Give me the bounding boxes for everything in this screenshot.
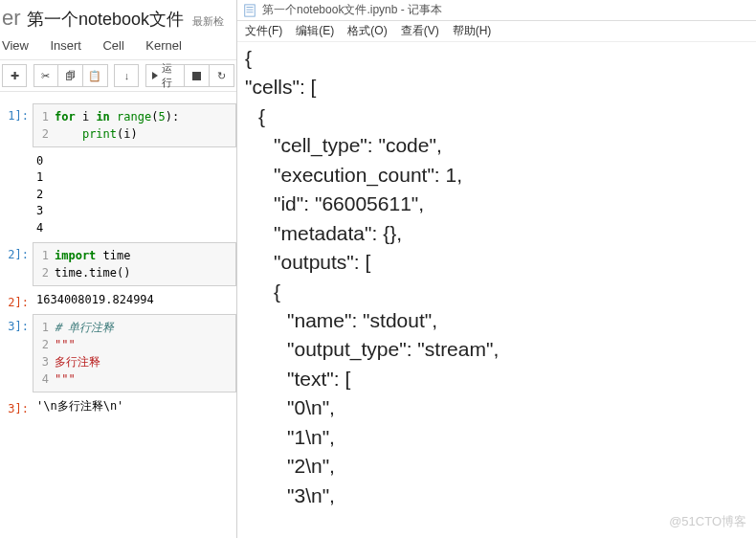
in-prompt: 3]: <box>0 314 33 392</box>
np-menu-view[interactable]: 查看(V) <box>401 23 439 39</box>
menu-view[interactable]: View <box>2 38 29 53</box>
restart-button[interactable]: ↻ <box>210 64 234 87</box>
paste-button[interactable]: 📋 <box>83 64 108 87</box>
json-line: "execution_count": 1, <box>241 161 756 190</box>
json-line: { <box>241 44 756 73</box>
stop-icon <box>192 72 201 80</box>
np-menu-file[interactable]: 文件(F) <box>245 23 282 39</box>
json-line: { <box>241 278 756 306</box>
code-input[interactable]: 1import time2time.time() <box>33 242 236 286</box>
copy-button[interactable]: 🗐 <box>58 64 83 87</box>
np-menu-help[interactable]: 帮助(H) <box>453 23 492 39</box>
json-line: "cell_type": "code", <box>241 131 756 160</box>
notepad-icon <box>243 4 256 17</box>
line-number: 1 <box>33 108 55 125</box>
run-button[interactable]: 运行 <box>145 64 185 87</box>
json-line: "name": "stdout", <box>241 306 756 335</box>
notebook-body: 1]: 1for i in range(5):2 print(i)0 1 2 3… <box>0 92 236 417</box>
code-cell[interactable]: 2]: 1import time2time.time() <box>0 242 236 286</box>
json-line: "1\n", <box>241 423 756 452</box>
line-number: 2 <box>33 125 55 143</box>
cut-button[interactable]: ✂ <box>33 64 58 87</box>
move-down-button[interactable]: ↓ <box>114 64 139 87</box>
jupyter-logo: er <box>2 6 21 30</box>
json-line: { <box>241 102 756 131</box>
json-line: "metadata": {}, <box>241 219 756 248</box>
result-output: 1634008019.824994 <box>33 290 236 310</box>
autosave-status: 最新检 <box>192 15 224 27</box>
line-number: 4 <box>33 370 55 388</box>
notebook-title[interactable]: 第一个notebook文件 <box>27 10 184 29</box>
json-line: "cells": [ <box>241 73 756 101</box>
line-number: 2 <box>33 336 55 353</box>
notepad-menu: 文件(F) 编辑(E) 格式(O) 查看(V) 帮助(H) <box>237 21 756 42</box>
in-prompt: 2]: <box>0 242 33 286</box>
notepad-title: 第一个notebook文件.ipynb - 记事本 <box>262 2 442 18</box>
json-line: "outputs": [ <box>241 248 756 277</box>
json-line: "text": [ <box>241 365 756 393</box>
json-line: "0\n", <box>241 393 756 422</box>
stop-button[interactable] <box>185 64 210 87</box>
menu-insert[interactable]: Insert <box>50 38 81 53</box>
menu-kernel[interactable]: Kernel <box>145 38 182 53</box>
json-line: "id": "66005611", <box>241 190 756 218</box>
json-line: "output_type": "stream", <box>241 335 756 364</box>
line-number: 1 <box>33 247 55 264</box>
svg-rect-0 <box>245 4 256 15</box>
np-menu-edit[interactable]: 编辑(E) <box>296 23 334 39</box>
code-input[interactable]: 1# 单行注释2"""3多行注释4""" <box>33 314 236 392</box>
code-cell[interactable]: 1]: 1for i in range(5):2 print(i) <box>0 103 236 147</box>
json-line: "3\n", <box>241 482 756 510</box>
notepad-titlebar: 第一个notebook文件.ipynb - 记事本 <box>237 0 756 21</box>
watermark: @51CTO博客 <box>669 513 746 530</box>
np-menu-format[interactable]: 格式(O) <box>347 23 387 39</box>
notepad-content[interactable]: {"cells": [{"cell_type": "code","executi… <box>237 42 756 510</box>
result-output: '\n多行注释\n' <box>33 396 236 416</box>
line-number: 3 <box>33 353 55 370</box>
code-input[interactable]: 1for i in range(5):2 print(i) <box>33 103 236 147</box>
line-number: 2 <box>33 264 55 281</box>
jupyter-menu: View Insert Cell Kernel <box>0 33 236 60</box>
in-prompt: 1]: <box>0 103 33 147</box>
out-prompt: 3]: <box>0 396 33 416</box>
play-icon <box>152 72 158 79</box>
code-cell[interactable]: 3]: 1# 单行注释2"""3多行注释4""" <box>0 314 236 392</box>
out-prompt: 2]: <box>0 290 33 310</box>
menu-cell[interactable]: Cell <box>102 38 123 53</box>
add-cell-button[interactable]: ✚ <box>2 64 27 87</box>
json-line: "2\n", <box>241 452 756 481</box>
stdout-output: 0 1 2 3 4 <box>33 151 236 238</box>
line-number: 1 <box>33 319 55 336</box>
jupyter-toolbar: ✚ ✂ 🗐 📋 ↓ 运行 ↻ <box>0 60 236 92</box>
